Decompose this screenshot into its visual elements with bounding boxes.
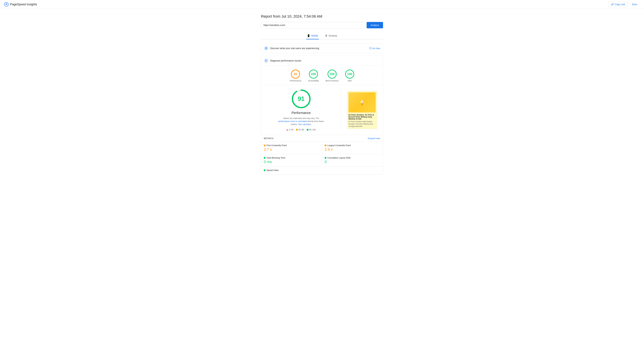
svg-rect-4 xyxy=(266,48,266,49)
tab-desktop[interactable]: 🖥 Desktop xyxy=(324,32,338,39)
legend-average: 50–89 xyxy=(296,129,304,131)
tab-mobile-label: Mobile xyxy=(311,34,318,37)
big-score-number: 91 xyxy=(298,95,304,102)
metrics-header: METRICS Expand view xyxy=(261,135,383,142)
device-tabs: 📱 Mobile 🖥 Desktop xyxy=(261,32,383,39)
score-performance[interactable]: 91 Performance xyxy=(290,69,301,82)
lcp-name: Largest Contentful Paint xyxy=(327,144,351,147)
discover-section[interactable]: Discover what your real users are experi… xyxy=(261,43,383,53)
svg-point-1 xyxy=(6,4,7,5)
score-best-practices[interactable]: 100 Best Practices xyxy=(326,69,338,82)
mobile-icon: 📱 xyxy=(307,34,310,37)
metric-cls-name-row: Cumulative Layout Shift xyxy=(325,157,380,159)
lcp-value: 2.9 s xyxy=(325,147,380,152)
accessibility-circle: 100 xyxy=(309,69,318,79)
pass-icon xyxy=(307,129,308,131)
perf-desc-text: Values are estimated and may vary. The xyxy=(283,117,319,119)
metrics-grid: First Contentful Paint 2.7 s Largest Con… xyxy=(261,142,383,166)
fcp-value: 2.7 s xyxy=(264,147,319,152)
url-input[interactable] xyxy=(261,22,365,28)
cls-status-dot xyxy=(325,157,326,159)
seo-label: SEO xyxy=(348,80,352,82)
svg-point-8 xyxy=(266,61,266,61)
perf-divider xyxy=(341,89,341,131)
screenshot-image: 🍦 xyxy=(348,92,376,112)
performance-description: Values are estimated and may vary. The p… xyxy=(278,117,325,126)
app-header: PageSpeed Insights Copy Link Docs xyxy=(0,0,644,9)
discover-left: Discover what your real users are experi… xyxy=(264,46,319,51)
perf-calc-link[interactable]: See calculator. xyxy=(298,123,312,125)
legend-pass: 90–100 xyxy=(307,129,316,131)
discover-icon xyxy=(264,46,268,51)
pagespeed-logo-icon xyxy=(4,2,9,7)
metric-si: Speed Index xyxy=(261,166,383,174)
report-title: Report from Jul 10, 2024, 7:54:06 AM xyxy=(261,14,383,18)
no-data-label: No Data xyxy=(372,47,380,50)
best-practices-score: 100 xyxy=(330,72,334,76)
fail-icon xyxy=(286,129,288,131)
score-legend: 0–49 50–89 90–100 xyxy=(286,129,316,131)
legend-pass-range: 90–100 xyxy=(309,129,316,131)
tbt-value: 0 ms xyxy=(264,160,319,164)
copy-link-label: Copy Link xyxy=(615,3,625,6)
performance-circle: 91 xyxy=(291,69,300,79)
seo-score: 100 xyxy=(347,72,352,76)
diagnose-label: Diagnose performance issues xyxy=(270,59,301,62)
metric-fcp: First Contentful Paint 2.7 s xyxy=(261,142,322,154)
average-icon xyxy=(296,129,298,131)
logo-area: PageSpeed Insights xyxy=(4,2,37,7)
accessibility-label: Accessibility xyxy=(308,80,319,82)
tab-mobile[interactable]: 📱 Mobile xyxy=(306,32,319,39)
analyze-button[interactable]: Analyze xyxy=(366,22,383,28)
fcp-status-dot xyxy=(264,145,266,146)
tbt-status-dot xyxy=(264,157,266,159)
performance-score: 91 xyxy=(294,72,297,76)
cls-value: 0 xyxy=(325,160,380,164)
seo-circle: 100 xyxy=(345,69,354,79)
best-practices-circle: 100 xyxy=(328,69,336,79)
performance-detail: 91 Performance Values are estimated and … xyxy=(261,85,383,135)
cls-name: Cumulative Layout Shift xyxy=(327,157,350,159)
docs-button[interactable]: Docs xyxy=(629,2,640,7)
score-accessibility[interactable]: 100 Accessibility xyxy=(308,69,319,82)
metric-lcp: Largest Contentful Paint 2.9 s xyxy=(322,142,383,154)
legend-fail-range: 0–49 xyxy=(289,129,293,131)
fcp-name: First Contentful Paint xyxy=(266,144,287,147)
performance-label: Performance xyxy=(290,80,301,82)
metric-tbt: Total Blocking Time 0 ms xyxy=(261,154,322,166)
expand-view-button[interactable]: Expand view xyxy=(368,137,380,140)
si-status-dot xyxy=(264,169,266,171)
svg-text:i: i xyxy=(370,48,371,49)
score-seo[interactable]: 100 SEO xyxy=(345,69,354,82)
diagnose-section: Diagnose performance issues 91 Performan… xyxy=(261,56,383,175)
main-content: Report from Jul 10, 2024, 7:54:06 AM Ana… xyxy=(258,9,386,183)
app-title: PageSpeed Insights xyxy=(10,3,37,6)
accessibility-score: 100 xyxy=(311,72,316,76)
no-data-badge: i No Data xyxy=(369,47,380,50)
url-bar: Analyze xyxy=(261,22,383,28)
metrics-label: METRICS xyxy=(264,137,274,140)
si-name: Speed Index xyxy=(266,169,279,171)
metric-lcp-name-row: Largest Contentful Paint xyxy=(325,144,380,147)
desktop-icon: 🖥 xyxy=(325,34,328,37)
link-icon xyxy=(611,3,614,6)
screenshot-desc: Es Puter Sendeez hadir dengan beragam ra… xyxy=(348,120,376,128)
metric-cls: Cumulative Layout Shift 0 xyxy=(322,154,383,166)
best-practices-label: Best Practices xyxy=(326,80,338,82)
header-actions: Copy Link Docs xyxy=(608,2,640,7)
big-score-circle: 91 xyxy=(291,89,311,109)
legend-fail: 0–49 xyxy=(286,129,293,131)
lcp-status-dot xyxy=(325,145,326,146)
diagnose-header[interactable]: Diagnose performance issues xyxy=(261,56,383,65)
perf-score-link[interactable]: performance score is calculated xyxy=(278,120,307,122)
tbt-name: Total Blocking Time xyxy=(266,157,285,159)
tab-desktop-label: Desktop xyxy=(328,34,337,37)
scores-row: 91 Performance 100 Accessibility 100 xyxy=(261,65,383,85)
performance-left: 91 Performance Values are estimated and … xyxy=(265,89,337,131)
copy-link-button[interactable]: Copy Link xyxy=(608,2,628,7)
metric-si-name-row: Speed Index xyxy=(264,169,380,171)
info-icon: i xyxy=(369,47,372,49)
discover-label: Discover what your real users are experi… xyxy=(270,47,319,50)
screenshot-title: Es Puter Sendeez: Es Krim & Dessert Khas… xyxy=(348,114,376,120)
screenshot-area: 🍦 Es Puter Sendeez: Es Krim & Dessert Kh… xyxy=(345,89,379,131)
